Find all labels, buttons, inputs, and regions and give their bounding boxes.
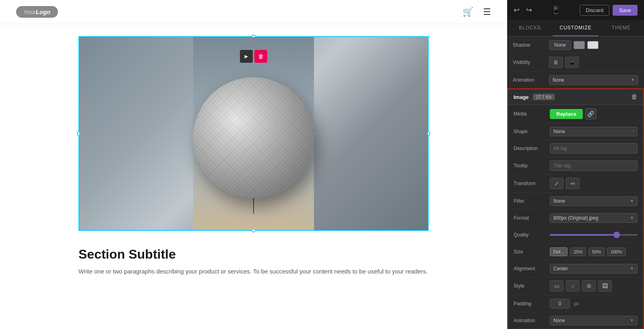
size-50-btn[interactable]: 50% (588, 247, 605, 256)
replace-button[interactable]: Replace (550, 109, 583, 119)
section-text: Section Subtitle Write one or two paragr… (78, 235, 429, 288)
image-placeholder (79, 37, 428, 230)
description-controls (550, 143, 638, 154)
shape-controls: None › (550, 127, 638, 136)
logo: YourLogo (16, 6, 58, 18)
transform-label: Transform (514, 181, 550, 186)
menu-icon[interactable]: ☰ (483, 7, 491, 17)
quality-row: Quality (508, 226, 643, 243)
shadow-swatch-dark[interactable] (574, 41, 585, 49)
alignment-dropdown[interactable]: Center ▼ (550, 264, 638, 273)
panel-scroll: Shadow None Visibility 🖥 📱 Animation Non… (507, 37, 644, 329)
tab-blocks[interactable]: BLOCKS (507, 20, 553, 36)
animation-bottom-value: None (553, 318, 565, 323)
right-panel: ↩ ↪ 📱 Discard Save BLOCKS CUSTOMIZE THEM… (507, 0, 644, 329)
device-icon[interactable]: 📱 (551, 6, 560, 14)
style-controls: ▭ ○ ⚙ 🖼 (550, 280, 638, 292)
format-controls: 800px (Original) jpeg ▼ (550, 213, 638, 223)
padding-unit: px (574, 301, 579, 306)
shadow-swatch-light[interactable] (587, 41, 599, 49)
style-row: Style ▭ ○ ⚙ 🖼 (508, 277, 643, 295)
block-delete-btn[interactable]: 🗑 (254, 50, 267, 63)
format-label: Format (514, 215, 550, 221)
description-label: Description (514, 146, 550, 151)
size-default-btn[interactable]: Def... (550, 247, 568, 256)
transform-flip-btn[interactable]: ⇔ (566, 178, 580, 189)
description-input[interactable] (550, 143, 638, 154)
image-delete-btn[interactable]: 🗑 (631, 93, 638, 101)
animation-above-dropdown[interactable]: None ▼ (549, 75, 638, 85)
link-btn[interactable]: 🔗 (585, 108, 597, 119)
section-subtitle: Section Subtitle (78, 247, 429, 262)
redo-icon[interactable]: ↪ (526, 6, 532, 14)
speaker-sphere (193, 77, 314, 198)
format-row: Format 800px (Original) jpeg ▼ (508, 210, 643, 226)
block-move-btn[interactable]: ► (240, 50, 253, 63)
padding-label: Padding (514, 301, 550, 306)
transform-crop-btn[interactable]: ⤢ (550, 178, 564, 189)
quality-slider[interactable] (550, 234, 638, 236)
tooltip-input[interactable] (550, 160, 638, 171)
shadow-row: Shadow None (507, 37, 644, 53)
quality-label: Quality (514, 232, 550, 238)
filter-label: Filter (514, 198, 550, 204)
shadow-label: Shadow (513, 42, 549, 48)
animation-bottom-dropdown[interactable]: None ▼ (550, 316, 638, 325)
style-label: Style (514, 283, 550, 289)
style-circle-btn[interactable]: ○ (566, 280, 580, 292)
undo-icon[interactable]: ↩ (514, 6, 520, 14)
navbar: YourLogo 🛒 ☰ (0, 0, 507, 24)
save-button[interactable]: Save (613, 5, 638, 16)
style-image-btn[interactable]: 🖼 (598, 280, 612, 292)
block-toolbar: ► 🗑 (240, 50, 267, 63)
filter-controls: None ▼ (550, 196, 638, 206)
size-100-btn[interactable]: 100% (607, 247, 625, 256)
alignment-controls: Center ▼ (550, 264, 638, 273)
nav-icons: 🛒 ☰ (462, 7, 491, 17)
visibility-controls: 🖥 📱 (549, 57, 638, 68)
media-label: Media (514, 111, 550, 117)
topbar-actions: Discard Save (580, 5, 638, 16)
image-panel-title: Image (514, 94, 529, 100)
padding-input[interactable] (550, 299, 570, 308)
alignment-value: Center (553, 266, 568, 271)
alignment-arrow: ▼ (630, 266, 634, 271)
filter-row: Filter None ▼ (508, 193, 643, 210)
filter-dropdown[interactable]: None ▼ (550, 196, 638, 206)
shadow-controls: None (549, 40, 638, 50)
discard-button[interactable]: Discard (580, 5, 609, 16)
animation-bottom-row: Animation None ▼ (508, 312, 643, 329)
tab-customize[interactable]: CUSTOMIZE (553, 20, 598, 36)
logo-oval: YourLogo (16, 6, 58, 18)
animation-above-arrow: ▼ (631, 78, 635, 82)
transform-row: Transform ⤢ ⇔ (508, 175, 643, 193)
logo-your: Your (23, 8, 36, 15)
quality-controls (550, 234, 638, 236)
visibility-row: Visibility 🖥 📱 (507, 53, 644, 72)
tooltip-row: Tooltip (508, 157, 643, 175)
tooltip-label: Tooltip (514, 163, 550, 169)
format-dropdown[interactable]: 800px (Original) jpeg ▼ (550, 213, 638, 223)
style-rect-btn[interactable]: ▭ (550, 280, 564, 292)
visibility-label: Visibility (513, 60, 549, 65)
cart-icon[interactable]: 🛒 (462, 7, 473, 17)
animation-above-label: Animation (513, 77, 549, 83)
media-row: Media Replace 🔗 (508, 105, 643, 123)
shape-label: Shape (514, 129, 550, 134)
shape-dropdown[interactable]: None › (550, 127, 638, 136)
visibility-mobile-btn[interactable]: 📱 (565, 57, 579, 68)
shape-arrow: › (633, 129, 634, 134)
media-controls: Replace 🔗 (550, 108, 638, 119)
shadow-none-btn[interactable]: None (549, 40, 571, 50)
size-25-btn[interactable]: 25% (570, 247, 586, 256)
format-value: 800px (Original) jpeg (553, 215, 598, 221)
style-gear-btn[interactable]: ⚙ (582, 280, 596, 292)
image-header: Image 27.7 Kb 🗑 (508, 89, 643, 105)
filter-arrow: ▼ (630, 199, 634, 203)
tab-theme[interactable]: THEME (599, 20, 644, 36)
visibility-desktop-btn[interactable]: 🖥 (549, 57, 563, 68)
alignment-row: Alignment Center ▼ (508, 260, 643, 277)
image-block[interactable] (78, 36, 429, 231)
topbar-history-icons: ↩ ↪ (514, 6, 532, 14)
section-body: Write one or two paragraphs describing y… (78, 267, 429, 276)
